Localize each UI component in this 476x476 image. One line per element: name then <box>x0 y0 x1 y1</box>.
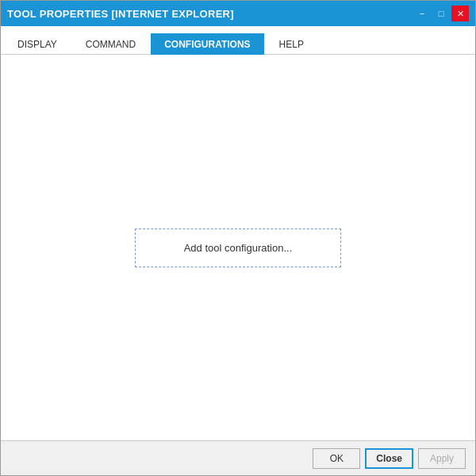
content-area: Add tool configuration... <box>1 55 475 440</box>
maximize-button[interactable]: □ <box>432 6 450 21</box>
tab-display[interactable]: DISPLAY <box>4 33 71 55</box>
title-bar: TOOL PROPERTIES [INTERNET EXPLORER] − □ … <box>1 1 475 26</box>
apply-button[interactable]: Apply <box>418 448 466 469</box>
tab-command[interactable]: COMMAND <box>72 33 149 55</box>
tab-help[interactable]: HELP <box>266 33 317 55</box>
close-window-button[interactable]: ✕ <box>451 6 469 21</box>
close-button[interactable]: Close <box>365 448 413 469</box>
title-bar-controls: − □ ✕ <box>413 6 469 21</box>
add-tool-configuration-button[interactable]: Add tool configuration... <box>135 228 341 267</box>
window-title: TOOL PROPERTIES [INTERNET EXPLORER] <box>7 8 234 20</box>
footer: OK Close Apply <box>1 440 475 475</box>
tab-configurations[interactable]: CONFIGURATIONS <box>151 33 263 55</box>
main-window: TOOL PROPERTIES [INTERNET EXPLORER] − □ … <box>0 0 476 476</box>
minimize-button[interactable]: − <box>413 6 431 21</box>
tab-bar: DISPLAY COMMAND CONFIGURATIONS HELP <box>1 26 475 55</box>
ok-button[interactable]: OK <box>313 448 360 469</box>
